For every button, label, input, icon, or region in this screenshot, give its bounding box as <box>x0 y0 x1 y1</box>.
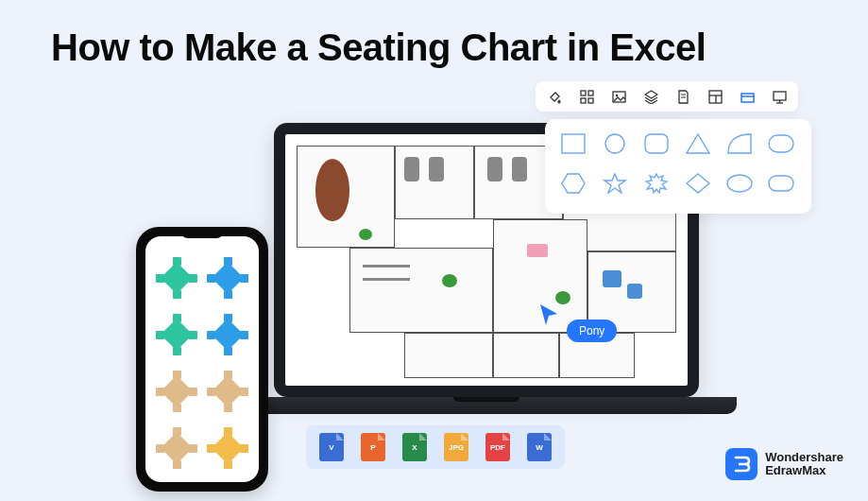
brand-line-1: Wondershare <box>765 451 843 464</box>
svg-point-5 <box>615 94 618 96</box>
sofa-icon <box>527 244 548 257</box>
svg-point-17 <box>605 134 624 153</box>
collaborator-cursor-icon <box>538 302 559 331</box>
brand-line-2: EdrawMax <box>765 464 843 477</box>
laptop-base <box>236 397 737 414</box>
brand-text: Wondershare EdrawMax <box>765 451 843 478</box>
svg-rect-3 <box>588 98 593 103</box>
burst-shape[interactable] <box>643 172 670 195</box>
export-jpg-icon[interactable]: JPG <box>444 433 468 461</box>
export-powerpoint-icon[interactable]: P <box>361 433 385 461</box>
image-icon[interactable] <box>611 89 626 104</box>
rounded-rectangle-shape[interactable] <box>643 132 670 155</box>
chair-icon <box>487 157 502 181</box>
phone-display <box>145 236 259 482</box>
seating-table-icon <box>158 259 196 297</box>
seating-table-icon <box>209 316 247 354</box>
wide-rounded-shape[interactable] <box>768 132 794 155</box>
editor-toolbar <box>536 81 798 112</box>
svg-rect-21 <box>769 176 793 191</box>
leaf-shape[interactable] <box>726 132 753 155</box>
room <box>493 333 559 378</box>
paint-bucket-icon[interactable] <box>547 89 562 104</box>
rectangle-shape[interactable] <box>560 132 587 155</box>
desk-row-icon <box>363 265 410 268</box>
shape-library-panel <box>545 119 811 214</box>
phone-notch <box>180 227 224 238</box>
desk-icon <box>627 284 642 299</box>
circle-shape[interactable] <box>602 132 628 155</box>
desk-icon <box>603 270 621 287</box>
seating-table-icon <box>158 429 196 467</box>
edrawmax-logo-icon <box>725 448 757 480</box>
plant-icon <box>359 229 372 240</box>
seating-table-icon <box>158 316 196 354</box>
chair-icon <box>512 157 527 181</box>
seating-table-icon <box>209 372 247 410</box>
svg-rect-0 <box>581 91 586 95</box>
desk-row-icon <box>363 278 410 281</box>
star-shape[interactable] <box>602 172 628 195</box>
grid-icon[interactable] <box>579 89 594 104</box>
export-format-bar: VPXJPGPDFW <box>306 425 565 469</box>
chair-icon <box>404 157 419 181</box>
collaborator-name-badge: Pony <box>567 320 617 342</box>
triangle-shape[interactable] <box>685 132 711 155</box>
page-icon[interactable] <box>675 89 690 104</box>
seating-table-icon <box>209 259 247 297</box>
svg-rect-19 <box>769 135 793 152</box>
svg-point-20 <box>727 175 752 192</box>
export-excel-icon[interactable]: X <box>402 433 427 461</box>
svg-rect-2 <box>581 98 586 103</box>
conference-table-icon <box>315 159 349 221</box>
seating-table-icon <box>158 372 196 410</box>
hexagon-shape[interactable] <box>560 172 587 195</box>
room <box>404 333 493 378</box>
page-title: How to Make a Seating Chart in Excel <box>0 0 868 69</box>
svg-rect-1 <box>588 91 593 95</box>
svg-rect-11 <box>741 94 754 102</box>
pill-shape[interactable] <box>768 172 794 195</box>
plant-icon <box>442 274 457 287</box>
svg-rect-13 <box>774 92 786 100</box>
seating-table-icon <box>209 429 247 467</box>
ellipse-shape[interactable] <box>726 172 753 195</box>
room <box>349 248 493 333</box>
layers-icon[interactable] <box>643 89 658 104</box>
present-icon[interactable] <box>772 89 787 104</box>
diamond-shape[interactable] <box>685 172 711 195</box>
export-visio-icon[interactable]: V <box>319 433 344 461</box>
export-word-icon[interactable]: W <box>527 433 552 461</box>
layout-icon[interactable] <box>707 89 723 104</box>
brand-logo-block: Wondershare EdrawMax <box>725 448 843 480</box>
export-pdf-icon[interactable]: PDF <box>485 433 510 461</box>
seating-grid <box>155 253 249 473</box>
chair-icon <box>429 157 444 181</box>
svg-rect-16 <box>562 134 585 153</box>
shapes-icon[interactable] <box>740 89 755 104</box>
svg-rect-18 <box>645 134 668 153</box>
phone-mockup <box>136 227 268 492</box>
